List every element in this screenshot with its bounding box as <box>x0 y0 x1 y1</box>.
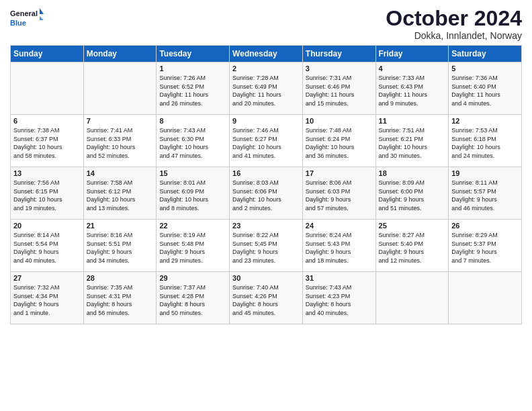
day-number: 28 <box>87 274 154 282</box>
calendar-cell: 6Sunrise: 7:38 AM Sunset: 6:37 PM Daylig… <box>11 115 84 167</box>
calendar-cell <box>375 272 449 324</box>
calendar-cell: 13Sunrise: 7:56 AM Sunset: 6:15 PM Dayli… <box>11 167 84 220</box>
week-row-1: 1Sunrise: 7:26 AM Sunset: 6:52 PM Daylig… <box>11 62 522 115</box>
day-info: Sunrise: 7:43 AM Sunset: 4:23 PM Dayligh… <box>306 283 373 317</box>
day-number: 31 <box>306 274 373 282</box>
day-number: 3 <box>306 64 373 73</box>
day-info: Sunrise: 7:48 AM Sunset: 6:24 PM Dayligh… <box>306 126 373 160</box>
logo-svg: General Blue <box>10 7 44 31</box>
calendar-cell: 29Sunrise: 7:37 AM Sunset: 4:28 PM Dayli… <box>157 272 230 324</box>
day-info: Sunrise: 7:35 AM Sunset: 4:31 PM Dayligh… <box>87 283 154 317</box>
day-info: Sunrise: 7:40 AM Sunset: 4:26 PM Dayligh… <box>232 283 300 317</box>
day-number: 6 <box>13 117 81 125</box>
calendar-cell: 4Sunrise: 7:33 AM Sunset: 6:43 PM Daylig… <box>375 62 449 115</box>
calendar-cell: 20Sunrise: 8:14 AM Sunset: 5:54 PM Dayli… <box>11 220 84 272</box>
calendar-cell <box>83 62 157 115</box>
calendar-cell: 15Sunrise: 8:01 AM Sunset: 6:09 PM Dayli… <box>157 167 230 220</box>
calendar-cell: 14Sunrise: 7:58 AM Sunset: 6:12 PM Dayli… <box>83 167 157 220</box>
calendar-cell: 12Sunrise: 7:53 AM Sunset: 6:18 PM Dayli… <box>449 115 522 167</box>
day-number: 25 <box>379 222 446 230</box>
day-number: 16 <box>232 169 300 177</box>
day-number: 24 <box>306 222 373 230</box>
day-info: Sunrise: 7:33 AM Sunset: 6:43 PM Dayligh… <box>379 74 446 107</box>
day-info: Sunrise: 7:43 AM Sunset: 6:30 PM Dayligh… <box>159 126 226 160</box>
day-number: 10 <box>306 117 373 125</box>
calendar-cell: 19Sunrise: 8:11 AM Sunset: 5:57 PM Dayli… <box>449 167 522 220</box>
calendar-cell: 25Sunrise: 8:27 AM Sunset: 5:40 PM Dayli… <box>375 220 449 272</box>
day-info: Sunrise: 8:06 AM Sunset: 6:03 PM Dayligh… <box>306 179 373 212</box>
day-info: Sunrise: 8:14 AM Sunset: 5:54 PM Dayligh… <box>13 231 81 265</box>
week-row-2: 6Sunrise: 7:38 AM Sunset: 6:37 PM Daylig… <box>11 115 522 167</box>
day-info: Sunrise: 7:26 AM Sunset: 6:52 PM Dayligh… <box>159 74 226 107</box>
day-info: Sunrise: 8:03 AM Sunset: 6:06 PM Dayligh… <box>232 179 300 212</box>
day-info: Sunrise: 7:53 AM Sunset: 6:18 PM Dayligh… <box>451 126 519 160</box>
column-header-wednesday: Wednesday <box>230 46 303 62</box>
calendar-cell <box>449 272 522 324</box>
day-info: Sunrise: 7:38 AM Sunset: 6:37 PM Dayligh… <box>13 126 81 160</box>
calendar-cell: 1Sunrise: 7:26 AM Sunset: 6:52 PM Daylig… <box>157 62 230 115</box>
page-subtitle: Dokka, Innlandet, Norway <box>386 30 522 41</box>
day-number: 7 <box>87 117 154 125</box>
day-info: Sunrise: 7:28 AM Sunset: 6:49 PM Dayligh… <box>232 74 300 107</box>
day-number: 17 <box>306 169 373 177</box>
day-info: Sunrise: 7:56 AM Sunset: 6:15 PM Dayligh… <box>13 179 81 212</box>
svg-text:Blue: Blue <box>10 19 26 27</box>
day-number: 12 <box>451 117 519 125</box>
day-number: 23 <box>232 222 300 230</box>
day-info: Sunrise: 7:58 AM Sunset: 6:12 PM Dayligh… <box>87 179 154 212</box>
day-info: Sunrise: 8:11 AM Sunset: 5:57 PM Dayligh… <box>451 179 519 212</box>
column-header-monday: Monday <box>83 46 157 62</box>
svg-text:General: General <box>10 9 38 17</box>
day-info: Sunrise: 7:32 AM Sunset: 4:34 PM Dayligh… <box>13 283 81 317</box>
calendar-cell: 27Sunrise: 7:32 AM Sunset: 4:34 PM Dayli… <box>11 272 84 324</box>
calendar-cell: 21Sunrise: 8:16 AM Sunset: 5:51 PM Dayli… <box>83 220 157 272</box>
calendar-cell: 23Sunrise: 8:22 AM Sunset: 5:45 PM Dayli… <box>230 220 303 272</box>
week-row-4: 20Sunrise: 8:14 AM Sunset: 5:54 PM Dayli… <box>11 220 522 272</box>
title-block: October 2024 Dokka, Innlandet, Norway <box>386 7 522 41</box>
calendar-cell: 11Sunrise: 7:51 AM Sunset: 6:21 PM Dayli… <box>375 115 449 167</box>
header: General Blue October 2024 Dokka, Innland… <box>10 7 522 41</box>
day-number: 15 <box>159 169 226 177</box>
calendar-cell: 30Sunrise: 7:40 AM Sunset: 4:26 PM Dayli… <box>230 272 303 324</box>
day-number: 20 <box>13 222 81 230</box>
day-info: Sunrise: 7:46 AM Sunset: 6:27 PM Dayligh… <box>232 126 300 160</box>
day-number: 27 <box>13 274 81 282</box>
column-header-saturday: Saturday <box>449 46 522 62</box>
column-header-sunday: Sunday <box>11 46 84 62</box>
page-title: October 2024 <box>386 7 522 30</box>
calendar-cell: 28Sunrise: 7:35 AM Sunset: 4:31 PM Dayli… <box>83 272 157 324</box>
logo: General Blue <box>10 7 44 31</box>
day-info: Sunrise: 8:01 AM Sunset: 6:09 PM Dayligh… <box>159 179 226 212</box>
day-number: 13 <box>13 169 81 177</box>
calendar-table: SundayMondayTuesdayWednesdayThursdayFrid… <box>10 45 522 324</box>
svg-marker-2 <box>40 8 44 14</box>
day-number: 22 <box>159 222 226 230</box>
calendar-cell <box>11 62 84 115</box>
day-info: Sunrise: 7:36 AM Sunset: 6:40 PM Dayligh… <box>451 74 519 107</box>
calendar-cell: 17Sunrise: 8:06 AM Sunset: 6:03 PM Dayli… <box>302 167 375 220</box>
day-number: 29 <box>159 274 226 282</box>
svg-marker-3 <box>40 16 44 20</box>
day-info: Sunrise: 7:41 AM Sunset: 6:33 PM Dayligh… <box>87 126 154 160</box>
calendar-cell: 26Sunrise: 8:29 AM Sunset: 5:37 PM Dayli… <box>449 220 522 272</box>
day-info: Sunrise: 8:16 AM Sunset: 5:51 PM Dayligh… <box>87 231 154 265</box>
day-number: 1 <box>159 64 226 73</box>
day-info: Sunrise: 7:51 AM Sunset: 6:21 PM Dayligh… <box>379 126 446 160</box>
calendar-cell: 22Sunrise: 8:19 AM Sunset: 5:48 PM Dayli… <box>157 220 230 272</box>
day-number: 19 <box>451 169 519 177</box>
day-number: 8 <box>159 117 226 125</box>
week-row-5: 27Sunrise: 7:32 AM Sunset: 4:34 PM Dayli… <box>11 272 522 324</box>
day-number: 30 <box>232 274 300 282</box>
day-number: 4 <box>379 64 446 73</box>
calendar-cell: 3Sunrise: 7:31 AM Sunset: 6:46 PM Daylig… <box>302 62 375 115</box>
calendar-cell: 24Sunrise: 8:24 AM Sunset: 5:43 PM Dayli… <box>302 220 375 272</box>
calendar-cell: 9Sunrise: 7:46 AM Sunset: 6:27 PM Daylig… <box>230 115 303 167</box>
calendar-cell: 31Sunrise: 7:43 AM Sunset: 4:23 PM Dayli… <box>302 272 375 324</box>
column-header-thursday: Thursday <box>302 46 375 62</box>
day-info: Sunrise: 8:19 AM Sunset: 5:48 PM Dayligh… <box>159 231 226 265</box>
day-info: Sunrise: 8:29 AM Sunset: 5:37 PM Dayligh… <box>451 231 519 265</box>
day-info: Sunrise: 7:37 AM Sunset: 4:28 PM Dayligh… <box>159 283 226 317</box>
day-info: Sunrise: 8:09 AM Sunset: 6:00 PM Dayligh… <box>379 179 446 212</box>
day-info: Sunrise: 8:24 AM Sunset: 5:43 PM Dayligh… <box>306 231 373 265</box>
column-header-friday: Friday <box>375 46 449 62</box>
